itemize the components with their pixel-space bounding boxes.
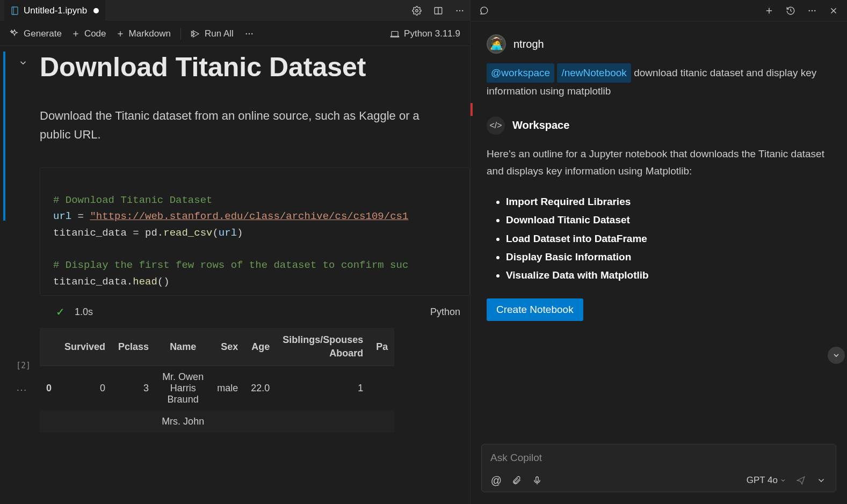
svg-rect-26 <box>536 477 539 481</box>
workspace-label: Workspace <box>512 119 569 132</box>
chat-input[interactable]: Ask Copilot @ GPT 4o <box>481 444 836 492</box>
output-table: Survived Pclass Name Sex Age Siblings/Sp… <box>40 328 459 433</box>
table-row: Mrs. John <box>40 411 394 433</box>
add-markdown-button[interactable]: Markdown <box>116 28 171 39</box>
newnotebook-chip[interactable]: /newNotebook <box>557 63 631 83</box>
list-item: Import Required Libraries <box>506 193 831 211</box>
svg-point-21 <box>809 10 810 11</box>
tab-bar: Untitled-1.ipynb <box>0 0 470 21</box>
scroll-down-button[interactable] <box>828 347 845 364</box>
code-cell[interactable]: # Download Titanic Dataset url = "https:… <box>40 167 470 296</box>
workspace-text: Here's an outline for a Jupyter notebook… <box>487 145 831 180</box>
mic-icon[interactable] <box>531 474 543 486</box>
svg-rect-18 <box>391 36 399 37</box>
svg-point-16 <box>251 33 252 34</box>
list-item: Display Basic Information <box>506 248 831 266</box>
svg-point-2 <box>416 9 418 12</box>
svg-point-23 <box>814 10 815 11</box>
svg-point-15 <box>249 33 250 34</box>
new-chat-icon[interactable] <box>763 5 775 17</box>
mention-icon[interactable]: @ <box>490 474 502 486</box>
svg-point-22 <box>812 10 813 11</box>
notebook-toolbar: Generate Code Markdown Run All Python 3.… <box>0 21 470 46</box>
settings-icon[interactable] <box>411 5 423 17</box>
model-selector[interactable]: GPT 4o <box>747 475 786 486</box>
more-icon[interactable] <box>454 5 466 17</box>
user-message: @workspace /newNotebook download titanic… <box>487 63 831 100</box>
chat-placeholder: Ask Copilot <box>490 452 827 464</box>
exec-count-label: [2] <box>16 361 31 370</box>
svg-point-5 <box>457 10 458 11</box>
chat-icon[interactable] <box>478 5 490 17</box>
user-avatar: 🧑‍💻 <box>487 34 506 54</box>
svg-rect-17 <box>392 31 398 36</box>
markdown-heading: Download Titanic Dataset <box>40 52 470 83</box>
svg-marker-12 <box>193 31 199 37</box>
chat-header <box>470 0 847 21</box>
generate-button[interactable]: Generate <box>10 28 62 39</box>
exec-time: 1.0s <box>75 306 93 318</box>
run-all-button[interactable]: Run All <box>191 28 234 39</box>
accent-bar <box>470 103 473 116</box>
toolbar-more-icon[interactable] <box>243 28 255 40</box>
create-notebook-button[interactable]: Create Notebook <box>487 298 583 321</box>
list-item: Load Dataset into DataFrame <box>506 230 831 248</box>
send-dropdown-icon[interactable] <box>815 474 827 486</box>
notebook-icon <box>11 6 19 15</box>
close-chat-icon[interactable] <box>828 5 839 17</box>
svg-point-7 <box>462 10 463 11</box>
list-item: Visualize Data with Matplotlib <box>506 266 831 284</box>
add-code-button[interactable]: Code <box>71 28 106 39</box>
toolbar-divider <box>180 28 181 40</box>
tab-title: Untitled-1.ipynb <box>24 5 87 16</box>
workspace-icon: </> <box>487 116 505 135</box>
svg-point-6 <box>459 10 460 11</box>
kernel-selector[interactable]: Python 3.11.9 <box>390 28 460 39</box>
history-icon[interactable] <box>785 5 797 17</box>
notebook-body: [2] ⋯ Download Titanic Dataset Download … <box>0 46 470 504</box>
cell-more-icon[interactable]: ⋯ <box>16 383 28 396</box>
send-icon[interactable] <box>795 474 807 486</box>
split-editor-icon[interactable] <box>432 5 444 17</box>
chat-more-icon[interactable] <box>806 5 818 17</box>
tab-dirty-indicator <box>93 8 99 13</box>
workspace-chip[interactable]: @workspace <box>487 63 554 83</box>
tab-untitled[interactable]: Untitled-1.ipynb <box>4 0 105 21</box>
markdown-paragraph: Download the Titanic dataset from an onl… <box>40 106 437 144</box>
success-check-icon: ✓ <box>56 305 65 318</box>
collapse-icon[interactable] <box>18 58 28 70</box>
table-row: 0 0 3 Mr. Owen Harris Braund male 22.0 1 <box>40 366 394 411</box>
attach-icon[interactable] <box>511 474 523 486</box>
username: ntrogh <box>513 38 544 50</box>
svg-point-14 <box>245 33 247 34</box>
outline-list: Import Required Libraries Download Titan… <box>487 193 831 284</box>
table-header-row: Survived Pclass Name Sex Age Siblings/Sp… <box>40 328 394 366</box>
cell-status-bar: ✓ 1.0s Python <box>40 302 470 322</box>
svg-rect-0 <box>12 7 18 14</box>
list-item: Download Titanic Dataset <box>506 211 831 229</box>
cell-language: Python <box>430 306 460 318</box>
